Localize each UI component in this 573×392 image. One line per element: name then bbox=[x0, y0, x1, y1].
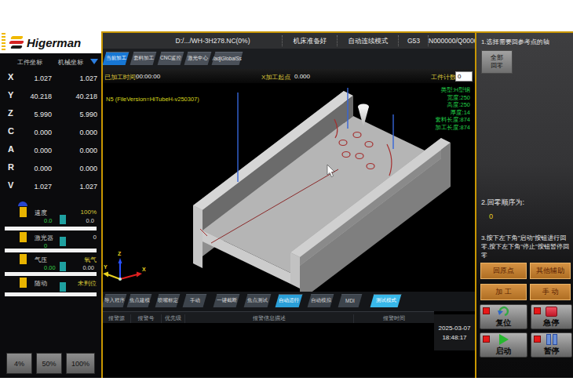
all-axes-home-button[interactable]: 全部 回零 bbox=[481, 50, 513, 74]
homing-order-value: 0 bbox=[489, 212, 493, 220]
axis-machine-value: 5.990 bbox=[79, 111, 97, 118]
axis-x-label: X bbox=[142, 267, 146, 272]
toolbar-manual[interactable]: 手动 bbox=[183, 294, 207, 307]
axis-row-y: Y40.21840.218 bbox=[0, 87, 101, 105]
tab-adj-globals[interactable]: /adjGlobalSs bbox=[212, 52, 243, 65]
reset-button[interactable]: 复位 bbox=[480, 304, 527, 329]
axis-machine-value: 40.218 bbox=[75, 93, 97, 100]
slider-marker[interactable] bbox=[60, 215, 66, 224]
toolbar-mdi[interactable]: MDI bbox=[338, 294, 363, 307]
slider-marker[interactable] bbox=[60, 282, 66, 292]
run-mode: 自动连续模式 bbox=[337, 35, 399, 46]
nc-file-path: D:/.../WH-3H278.NC(0%) bbox=[133, 37, 293, 45]
slider-follow: 随动 未到位 bbox=[0, 278, 101, 296]
slider-handle[interactable] bbox=[20, 232, 27, 242]
slider-label: 激光器 bbox=[35, 234, 53, 242]
toolbar-auto-simulate[interactable]: 自动模拟 bbox=[308, 294, 334, 307]
datetime-display: 2025-03-07 18:48:17 bbox=[434, 314, 475, 350]
emergency-stop-button[interactable]: 急停 bbox=[531, 304, 572, 329]
coordinate-table-header: 工件坐标 机械坐标 bbox=[0, 56, 101, 67]
tab-current-machining[interactable]: 当前加工 bbox=[103, 52, 130, 65]
alarm-table-header: 报警源 报警号 优先级 报警信息描述 报警时间 bbox=[103, 311, 434, 323]
machining-mode-button[interactable]: 加 工 bbox=[480, 284, 527, 300]
beam-left-flange-end bbox=[193, 205, 203, 268]
brand-name: Higerman bbox=[27, 36, 81, 49]
axis-row-c: C0.0000.000 bbox=[0, 123, 101, 141]
part-count-input[interactable]: 0 bbox=[455, 71, 473, 82]
axis-row-x: X1.0271.027 bbox=[0, 69, 101, 87]
axis-row-a: A0.0000.000 bbox=[0, 141, 101, 159]
slider-handle[interactable] bbox=[20, 207, 27, 217]
slider-handle[interactable] bbox=[20, 278, 27, 288]
slider-track[interactable] bbox=[5, 272, 97, 276]
toolbar-auto-run[interactable]: 自动运行 bbox=[276, 294, 303, 307]
machine-coord-header: 机械坐标 bbox=[58, 58, 83, 67]
toolbar-one-key-cutoff[interactable]: 一键截断 bbox=[214, 294, 240, 307]
toolbar-focus-test[interactable]: 焦点测试 bbox=[244, 294, 272, 307]
slider-track[interactable] bbox=[5, 292, 97, 296]
pause-button[interactable]: 暂停 bbox=[531, 332, 572, 358]
tab-laser-center[interactable]: 激光中心 bbox=[184, 52, 212, 65]
slider-label: 随动 bbox=[35, 279, 47, 288]
toolbar-import-program[interactable]: 导入程序 bbox=[102, 294, 127, 307]
pause-icon bbox=[546, 334, 557, 346]
date-value: 2025-03-07 bbox=[439, 325, 471, 332]
start-icon bbox=[499, 334, 509, 346]
top-tab-bar: 当前加工 套料加工 CNC监控 激光中心 /adjGlobalSs bbox=[103, 49, 475, 71]
manual-mode-button[interactable]: 手 动 bbox=[530, 284, 571, 300]
beam-right-flange-end bbox=[290, 252, 300, 289]
accent-border-right bbox=[475, 31, 476, 378]
axis-work-value: 0.000 bbox=[34, 129, 52, 136]
slider-speed: 速度 100% 0.0 0.0 bbox=[0, 207, 101, 230]
slider-track[interactable] bbox=[5, 249, 97, 252]
filter-dropdown-icon[interactable] bbox=[90, 59, 98, 64]
tab-nesting[interactable]: 套料加工 bbox=[130, 52, 157, 65]
slider-gas: 气压 氧气 0.00 0.00 bbox=[0, 254, 101, 276]
reset-icon bbox=[497, 306, 511, 318]
laser-nozzle-top bbox=[358, 104, 369, 110]
reset-led-indicator bbox=[483, 307, 490, 314]
axis-work-value: 1.027 bbox=[34, 74, 52, 82]
brand-flag-icon bbox=[9, 34, 24, 50]
slider-track[interactable] bbox=[5, 227, 97, 230]
slider-value-2: 0.00 bbox=[82, 264, 94, 271]
alarm-priority-column: 优先级 bbox=[162, 314, 185, 323]
axis-name: A bbox=[8, 144, 14, 154]
home-mode-button[interactable]: 回原点 bbox=[480, 263, 527, 279]
toolbar-focus-modeling[interactable]: 焦点建模 bbox=[127, 294, 152, 307]
slider-label: 气压 bbox=[35, 256, 47, 264]
slider-marker[interactable] bbox=[60, 262, 66, 271]
time-value: 18:48:17 bbox=[442, 334, 466, 341]
toolbar-test-mode[interactable]: 测试模式 bbox=[370, 294, 402, 307]
homing-panel: 1.选择需要回参考点的轴 全部 回零 2.回零顺序为: 0 3.按下左下角"启动… bbox=[476, 33, 573, 378]
beam-stock-length: 套料长度:874 bbox=[435, 116, 470, 124]
aux-mode-button[interactable]: 其他辅助 bbox=[530, 263, 571, 279]
brand-logo: Higerman bbox=[0, 31, 101, 53]
accent-border-top bbox=[101, 31, 573, 33]
axis-machine-value: 1.027 bbox=[79, 183, 97, 191]
slider-handle[interactable] bbox=[20, 254, 27, 264]
machining-status-row: 已加工时间: 00:00:00 X加工起点 0.000 工件计数: 0 bbox=[103, 69, 475, 83]
axis-name: V bbox=[8, 180, 13, 190]
slider-marker[interactable] bbox=[60, 237, 66, 246]
x-start-value: 0.000 bbox=[294, 73, 310, 80]
part-count-label: 工件计数: bbox=[431, 73, 458, 82]
zoom-preset-4-button[interactable]: 4% bbox=[6, 353, 32, 374]
3d-viewport[interactable]: Z X Y N5 (FileVersion=HiTubeH-v250307) 类… bbox=[103, 83, 475, 292]
zoom-preset-50-button[interactable]: 50% bbox=[36, 353, 62, 374]
zoom-preset-100-button[interactable]: 100% bbox=[66, 353, 95, 374]
machined-time-value: 00:00:00 bbox=[136, 73, 160, 80]
alarm-number-column: 报警号 bbox=[131, 314, 162, 323]
axis-name: R bbox=[8, 162, 14, 172]
axis-triad: Z X Y bbox=[103, 251, 146, 281]
tab-cnc-monitor[interactable]: CNC监控 bbox=[158, 52, 184, 65]
reset-label: 复位 bbox=[496, 318, 512, 328]
slider-value: 0.0 bbox=[44, 217, 52, 224]
axis-machine-value: 0.000 bbox=[79, 129, 97, 136]
bottom-toolbar: 导入程序 焦点建模 喷嘴标定 手动 一键截断 焦点测试 自动运行 自动模拟 MD… bbox=[103, 292, 475, 311]
toolbar-nozzle-calibration[interactable]: 喷嘴标定 bbox=[155, 294, 181, 307]
machined-time-label: 已加工时间: bbox=[104, 73, 137, 82]
homing-step3-text: 3.按下左下角"启动"按钮进行回零,按下左下角"停止"按钮暂停回零 bbox=[481, 234, 569, 260]
follow-status-label: 未到位 bbox=[78, 279, 97, 288]
start-button[interactable]: 启动 bbox=[480, 332, 527, 358]
